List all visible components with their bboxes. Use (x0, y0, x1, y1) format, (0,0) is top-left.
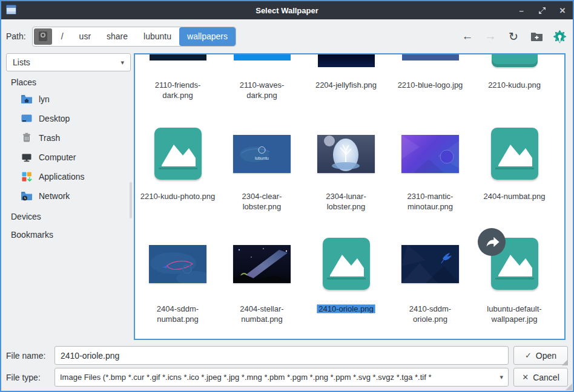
home-folder-icon (21, 93, 33, 105)
path-toolbar: Path: / usr share lubuntu wallpapers ← →… (6, 25, 568, 47)
forward-button[interactable]: → (482, 28, 499, 45)
thumbnail-clear-lobster: lubuntu (233, 135, 291, 173)
breadcrumb-share[interactable]: share (99, 27, 136, 46)
file-label: 2404-sddm-numbat.png (140, 304, 216, 324)
drive-icon (38, 31, 48, 42)
sidebar-item-label: Computer (39, 152, 76, 162)
tools-button[interactable] (551, 28, 568, 45)
minimize-button[interactable]: – (517, 6, 526, 15)
thumbnail-stellar-numbat (233, 245, 291, 283)
file-type-label: File type: (6, 373, 41, 382)
breadcrumb: / usr share lubuntu wallpapers (32, 27, 236, 47)
file-item[interactable]: 2210-blue-logo.jpg (388, 54, 472, 100)
file-item[interactable]: 2204-jellyfish.png (304, 54, 388, 100)
file-item[interactable]: 2210-kudu.png (472, 54, 556, 100)
back-button[interactable]: ← (459, 28, 476, 45)
file-item[interactable]: 2110-friends-dark.png (136, 54, 220, 100)
gear-wrench-icon (552, 29, 567, 44)
chevron-down-icon: ▾ (120, 59, 124, 67)
chevron-down-icon: ▾ (500, 373, 503, 381)
maximize-icon (538, 7, 546, 15)
file-item[interactable]: lubuntu 2304-clear-lobster.png (220, 125, 304, 212)
thumbnail-jellyfish (318, 54, 375, 67)
sidebar-item-label: lyn (39, 94, 50, 104)
svg-text:lubuntu: lubuntu (255, 156, 269, 160)
thumbnail-friends-dark (150, 54, 206, 60)
file-item[interactable]: 2410-sddm-oriole.png (388, 235, 472, 324)
breadcrumb-usr[interactable]: usr (71, 27, 99, 46)
file-label: 2110-friends-dark.png (140, 80, 216, 100)
trash-icon (21, 132, 33, 144)
maximize-button[interactable] (538, 6, 546, 15)
selected-file-label: 2410-oriole.png (317, 304, 375, 313)
path-label: Path: (6, 31, 26, 41)
new-folder-icon (530, 31, 543, 42)
file-item selected[interactable]: 2410-oriole.png (304, 235, 388, 324)
cancel-button[interactable]: ✕ Cancel (513, 368, 568, 387)
window-resize-grip[interactable] (566, 384, 572, 390)
checkmark-icon: ✓ (525, 351, 532, 360)
generic-image-icon (491, 128, 538, 180)
file-item[interactable]: 2404-numbat.png (472, 125, 556, 212)
cross-icon: ✕ (522, 373, 529, 382)
thumbnail-sddm-numbat (149, 245, 206, 283)
breadcrumb-root[interactable]: / (53, 27, 71, 46)
breadcrumb-lubuntu[interactable]: lubuntu (136, 27, 179, 46)
thumbnail-sddm-oriole (401, 245, 459, 283)
section-bookmarks[interactable]: Bookmarks (5, 224, 132, 242)
sidebar-item-label: Network (39, 191, 70, 201)
generic-image-icon (491, 238, 538, 290)
file-type-combo[interactable]: Image Files (*.bmp *.cur *.gif *.icns *.… (54, 368, 509, 387)
open-button-label: Open (536, 351, 556, 361)
file-label: 2310-mantic-minotaur.png (393, 191, 468, 212)
file-label: 2404-numbat.png (484, 191, 546, 201)
select-wallpaper-dialog: Select Wallpaper – ✕ Path: / usr share (0, 0, 574, 392)
thumbnail-kudu (492, 54, 538, 67)
section-devices[interactable]: Devices (5, 206, 132, 224)
file-label: 2210-blue-logo.jpg (398, 80, 463, 90)
file-item[interactable]: 2110-waves-dark.png (220, 54, 304, 100)
file-name-input[interactable] (54, 346, 509, 365)
sidebar-scrollbar[interactable] (130, 182, 132, 218)
file-item[interactable]: 2404-stellar-numbat.png (220, 235, 304, 324)
file-label: 2204-jellyfish.png (315, 80, 377, 90)
applications-icon (21, 171, 33, 183)
generic-image-icon (154, 128, 202, 180)
titlebar[interactable]: Select Wallpaper – ✕ (1, 1, 573, 19)
sidebar-item-applications[interactable]: Applications (5, 167, 132, 186)
breadcrumb-wallpapers[interactable]: wallpapers (179, 27, 236, 46)
thumbnail-blue-logo (402, 54, 459, 60)
close-button[interactable]: ✕ (558, 6, 567, 15)
sidebar-item-trash[interactable]: Trash (5, 128, 132, 148)
thumbnail-lunar-lobster (317, 135, 375, 173)
reload-button[interactable]: ↻ (505, 28, 522, 45)
places-sidebar: Lists ▾ Places lyn Desktop (5, 52, 132, 339)
sidebar-item-computer[interactable]: Computer (5, 148, 132, 167)
file-label: 2304-lunar-lobster.png (309, 191, 384, 212)
root-drive-button[interactable] (34, 28, 52, 45)
sidebar-item-network[interactable]: Network (5, 186, 132, 206)
file-item[interactable]: lubuntu-default-wallpaper.jpg (472, 235, 556, 324)
desktop-icon (21, 113, 33, 125)
file-label: 2304-clear-lobster.png (225, 191, 300, 212)
file-item[interactable]: 2404-sddm-numbat.png (136, 235, 220, 324)
file-item[interactable]: 2310-mantic-minotaur.png (388, 125, 472, 212)
file-item[interactable]: 2304-lunar-lobster.png (304, 125, 388, 212)
network-folder-icon (21, 190, 33, 202)
file-label: 2210-kudu.png (488, 80, 541, 90)
thumbnail-waves-dark (234, 54, 291, 60)
file-grid-view[interactable]: 2110-friends-dark.png 2110-waves-dark.pn… (134, 53, 566, 340)
generic-image-icon (323, 238, 370, 290)
new-folder-button[interactable] (528, 28, 545, 45)
file-item[interactable]: 2210-kudu-photo.png (136, 125, 220, 212)
file-label: 2410-sddm-oriole.png (393, 304, 468, 324)
section-places[interactable]: Places (5, 71, 132, 90)
resize-grip[interactable] (562, 359, 568, 365)
lists-combo[interactable]: Lists ▾ (6, 53, 131, 71)
sidebar-item-lyn[interactable]: lyn (5, 90, 132, 109)
file-name-label: File name: (6, 351, 45, 361)
open-button[interactable]: ✓ Open (513, 346, 568, 365)
sidebar-item-desktop[interactable]: Desktop (5, 109, 132, 128)
sidebar-item-label: Desktop (39, 114, 70, 123)
thumbnail-mantic-minotaur (401, 135, 459, 173)
